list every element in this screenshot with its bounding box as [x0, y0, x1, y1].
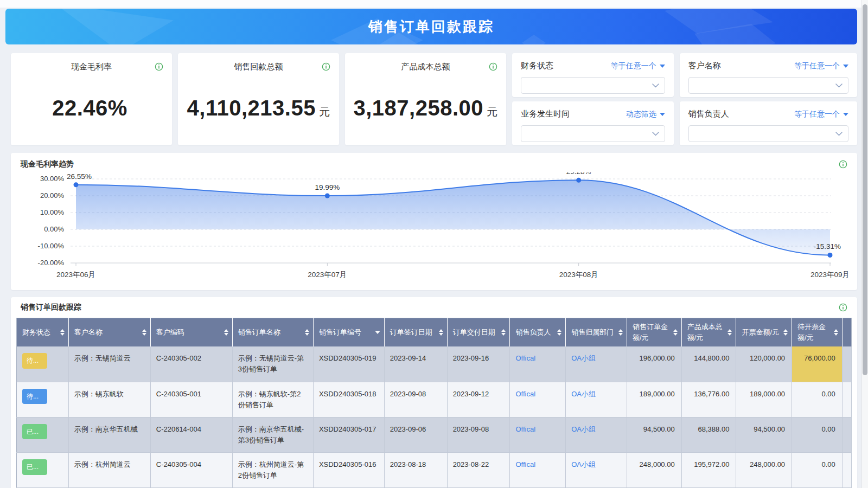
sales-dept-cell: OA小组	[566, 382, 627, 417]
page-title: 销售订单回款跟踪	[368, 17, 494, 36]
column-header-6[interactable]: 订单签订日期	[384, 318, 447, 347]
area-chart[interactable]: 30.00%20.00%10.00%0.00%-10.00%-20.00%202…	[16, 172, 852, 286]
sort-arrows-icon[interactable]	[727, 329, 732, 336]
sort-arrows-icon[interactable]	[834, 329, 838, 336]
sort-arrows-icon[interactable]	[305, 329, 309, 336]
table-row[interactable]: 已...示例：杭州简道云C-240305-004示例：杭州简道云-第2份销售订单…	[17, 453, 852, 488]
triangle-down-icon[interactable]	[375, 331, 380, 334]
info-icon[interactable]	[839, 160, 847, 169]
kpi-title: 销售回款总额	[234, 62, 283, 71]
column-header-7[interactable]: 订单交付日期	[447, 318, 510, 347]
chart-title: 现金毛利率趋势	[21, 159, 74, 169]
column-header-9[interactable]: 销售归属部门	[566, 318, 627, 347]
column-header-5[interactable]: 销售订单编号	[313, 318, 384, 347]
sort-arrows-icon[interactable]	[142, 329, 146, 336]
customer-code-cell: C-220614-004	[150, 417, 232, 452]
y-axis-tick: 0.00%	[44, 225, 64, 233]
filter-mode-button[interactable]: 等于任意一个	[794, 61, 848, 71]
order-name-cell: 示例：锡东帆软-第2份销售订单	[232, 382, 313, 417]
customer-code-cell: C-240305-004	[150, 453, 232, 488]
sort-arrows-icon[interactable]	[673, 329, 678, 336]
info-icon[interactable]	[155, 62, 163, 71]
scrollbar-thumb[interactable]	[863, 4, 867, 375]
order-table-wrap: 财务状态客户名称客户编码销售订单名称销售订单编号订单签订日期订单交付日期销售负责…	[16, 318, 852, 488]
page-scrollbar[interactable]	[861, 0, 868, 488]
column-header-1[interactable]: 财务状态	[17, 318, 69, 347]
customer-cell: 示例：南京华五机械	[68, 417, 150, 452]
sales-dept-link[interactable]: OA小组	[571, 460, 596, 468]
filter-column-2: 客户名称 等于任意一个 销售负责人 等于任意一个	[680, 53, 857, 145]
customer-code-cell: C-240305-002	[150, 346, 232, 382]
page-top-margin	[0, 0, 868, 8]
table-row[interactable]: 待...示例：无锡简道云C-240305-002示例：无锡简道云-第3份销售订单…	[17, 346, 852, 382]
kpi-card-cash-margin: 现金毛利率 22.46%	[11, 53, 172, 145]
deliver-date-cell: 2023-09-08	[447, 417, 510, 452]
filter-select[interactable]	[688, 125, 848, 142]
column-label: 销售订单名称	[238, 328, 280, 336]
sales-dept-link[interactable]: OA小组	[571, 390, 596, 398]
filter-mode-button[interactable]: 等于任意一个	[794, 110, 848, 119]
filter-select[interactable]	[688, 77, 848, 94]
column-header-8[interactable]: 销售负责人	[510, 318, 566, 347]
column-header-3[interactable]: 客户编码	[150, 318, 232, 347]
sales-dept-link[interactable]: OA小组	[571, 354, 596, 362]
kpi-value: 4,110,213.55元	[178, 96, 339, 120]
x-axis-tick: 2023年08月	[559, 271, 598, 279]
column-header-11[interactable]: 产品成本总额/元	[681, 318, 736, 347]
kpi-card-payment-total: 销售回款总额 4,110,213.55元	[178, 53, 339, 145]
info-icon[interactable]	[322, 62, 330, 71]
column-header-10[interactable]: 销售订单金额/元	[627, 318, 681, 347]
column-header-2[interactable]: 客户名称	[68, 318, 150, 347]
chevron-down-icon	[835, 84, 843, 88]
y-axis-tick: 10.00%	[40, 208, 65, 216]
column-header-12[interactable]: 开票金额/元	[736, 318, 792, 347]
column-header-4[interactable]: 销售订单名称	[232, 318, 313, 347]
order-amount-cell: 248,000.00	[627, 453, 681, 488]
triangle-down-icon	[843, 65, 848, 68]
info-icon[interactable]	[489, 62, 497, 71]
filter-mode-button[interactable]: 动态筛选	[626, 110, 665, 119]
kpi-unit: 元	[487, 106, 498, 118]
sales-person-link[interactable]: Offical	[515, 390, 535, 398]
sales-person-cell: Offical	[510, 346, 566, 382]
customer-cell: 示例：杭州简道云	[68, 453, 150, 488]
sort-arrows-icon[interactable]	[439, 329, 443, 336]
y-axis-tick: 30.00%	[40, 175, 65, 183]
column-header-13[interactable]: 待开票金额/元	[792, 318, 843, 347]
sales-person-link[interactable]: Offical	[515, 460, 535, 468]
sales-person-link[interactable]: Offical	[515, 354, 535, 362]
sort-arrows-icon[interactable]	[557, 329, 561, 336]
table-row[interactable]: 已...示例：南京华五机械C-220614-004示例：南京华五机械-第3份销售…	[17, 417, 852, 452]
invoiced-amount-cell: 248,000.00	[736, 453, 792, 488]
data-point[interactable]	[828, 253, 833, 258]
sort-arrows-icon[interactable]	[501, 329, 506, 336]
data-point[interactable]	[576, 178, 581, 183]
sort-arrows-icon[interactable]	[60, 329, 65, 336]
customer-code-cell: C-240305-001	[150, 382, 232, 417]
customer-cell: 示例：无锡简道云	[68, 346, 150, 382]
info-icon[interactable]	[839, 303, 847, 312]
table-row[interactable]: 待...示例：锡东帆软C-240305-001示例：锡东帆软-第2份销售订单XS…	[17, 382, 852, 417]
sales-person-link[interactable]: Offical	[515, 425, 535, 433]
data-point-label: 19.99%	[315, 183, 340, 191]
filter-select[interactable]	[521, 125, 665, 142]
y-axis-tick: -20.00%	[38, 259, 65, 267]
chevron-down-icon	[835, 132, 843, 136]
sales-dept-link[interactable]: OA小组	[571, 425, 596, 433]
filter-select[interactable]	[521, 77, 665, 94]
sales-dept-cell: OA小组	[566, 346, 627, 382]
column-label: 待开票金额/元	[797, 323, 826, 342]
sort-arrows-icon[interactable]	[618, 329, 623, 336]
order-table-card: 销售订单回款跟踪 财务状态客户名称客户编码销售订单名称销售订单编号订单签订日期订…	[11, 297, 857, 488]
area-fill	[76, 180, 830, 255]
sort-arrows-icon[interactable]	[783, 329, 788, 336]
column-label: 客户名称	[74, 328, 103, 336]
filter-mode-button[interactable]: 等于任意一个	[611, 61, 665, 71]
filter-column-1: 财务状态 等于任意一个 业务发生时间 动态筛选	[512, 53, 674, 145]
invoiced-amount-cell: 120,000.00	[736, 346, 792, 382]
sort-arrows-icon[interactable]	[224, 329, 228, 336]
data-point[interactable]	[325, 194, 330, 198]
pending-amount-cell: 0.00	[792, 417, 843, 452]
banner-decor-small-diamond	[522, 35, 546, 44]
data-point[interactable]	[74, 182, 79, 187]
